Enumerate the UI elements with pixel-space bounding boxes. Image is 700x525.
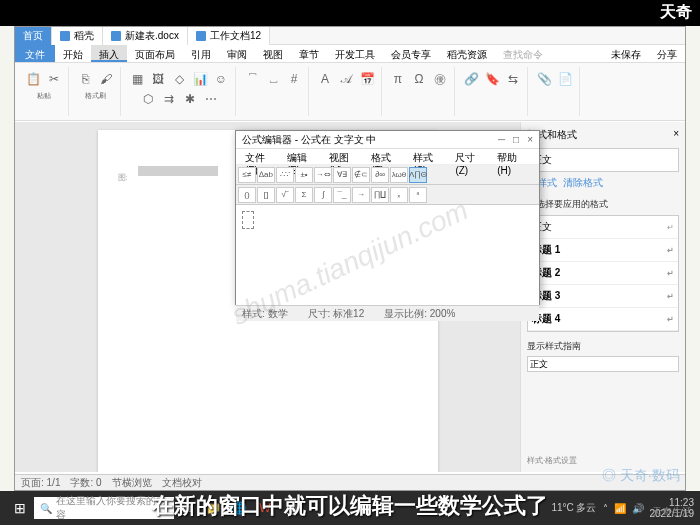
eq-arrow-icon[interactable]: →⇔ [314, 167, 332, 183]
tab-doc1[interactable]: 新建表.docx [103, 27, 188, 45]
paste-icon[interactable]: 📋 [23, 69, 43, 89]
equation-icon[interactable]: π [388, 69, 408, 89]
eq-menu-file[interactable]: 文件(F) [240, 149, 282, 164]
menu-dev[interactable]: 开发工具 [327, 45, 383, 62]
wordart-icon[interactable]: 𝒜 [336, 69, 356, 89]
eq-titlebar[interactable]: 公式编辑器 - 公式在 文字文 中 ─ □ × [236, 131, 539, 149]
ribbon-text: A 𝒜 📅 [311, 67, 382, 116]
style-h1[interactable]: 标题 1↵ [528, 239, 678, 262]
status-page: 页面: 1/1 [21, 476, 60, 490]
copy-icon[interactable]: ⎘ [75, 69, 95, 89]
eq-greek-uc-icon[interactable]: Λ∏Θ [409, 167, 427, 183]
eq-op-icon[interactable]: ±• [295, 167, 313, 183]
date-icon[interactable]: 📅 [357, 69, 377, 89]
style-h2[interactable]: 标题 2↵ [528, 262, 678, 285]
eq-misc-icon[interactable]: ∂∞ [371, 167, 389, 183]
object-icon[interactable]: 📎 [534, 69, 554, 89]
status-section[interactable]: 节横浏览 [112, 476, 152, 490]
menu-share[interactable]: 分享 [649, 45, 685, 62]
shape-icon[interactable]: ◇ [169, 69, 189, 89]
eq-dots-icon[interactable]: ∴∵ [276, 167, 294, 183]
smartart-icon[interactable]: ⬡ [138, 89, 158, 109]
table-icon[interactable]: ▦ [127, 69, 147, 89]
menu-search[interactable]: 查找命令 [495, 45, 551, 62]
eq-sub-icon[interactable]: ₓ [390, 187, 408, 203]
show-guide-label: 显示样式指南 [527, 340, 679, 353]
menu-layout[interactable]: 页面布局 [127, 45, 183, 62]
icon-icon[interactable]: ☺ [211, 69, 231, 89]
minimize-icon[interactable]: ─ [498, 134, 505, 145]
menu-section[interactable]: 章节 [291, 45, 327, 62]
eq-editing-area[interactable] [236, 205, 539, 305]
brush-icon[interactable]: 🖌 [96, 69, 116, 89]
menu-vip[interactable]: 会员专享 [383, 45, 439, 62]
clear-format-link[interactable]: 清除格式 [563, 176, 603, 190]
image-icon[interactable]: 🖼 [148, 69, 168, 89]
menu-unsaved[interactable]: 未保存 [603, 45, 649, 62]
eq-root-icon[interactable]: √‾ [276, 187, 294, 203]
style-h4[interactable]: 标题 4↵ [528, 308, 678, 331]
eq-logic-icon[interactable]: ∀∃ [333, 167, 351, 183]
eq-set-icon[interactable]: ∉⊂ [352, 167, 370, 183]
eq-greek-lc-icon[interactable]: λωθ [390, 167, 408, 183]
style-normal[interactable]: 正文↵ [528, 216, 678, 239]
tab-doc2[interactable]: 工作文档12 [188, 27, 270, 45]
flow-icon[interactable]: ⇉ [159, 89, 179, 109]
menu-ref[interactable]: 引用 [183, 45, 219, 62]
textbox-icon[interactable]: A [315, 69, 335, 89]
eq-bar-icon[interactable]: ¯_ [333, 187, 351, 203]
eq-menu-edit[interactable]: 编辑(E) [282, 149, 324, 164]
eq-menubar: 文件(F) 编辑(E) 视图(V) 格式(T) 样式(S) 尺寸(Z) 帮助(H… [236, 149, 539, 165]
cut-icon[interactable]: ✂ [44, 69, 64, 89]
eq-menu-size[interactable]: 尺寸(Z) [450, 149, 492, 164]
style-h3[interactable]: 标题 3↵ [528, 285, 678, 308]
symbol-icon[interactable]: Ω [409, 69, 429, 89]
chevron-down-icon: ↵ [667, 223, 674, 232]
link-icon[interactable]: 🔗 [461, 69, 481, 89]
eq-title-text: 公式编辑器 - 公式在 文字文 中 [242, 133, 376, 147]
maximize-icon[interactable]: □ [513, 134, 519, 145]
header-icon[interactable]: ⎴ [242, 69, 262, 89]
eq-vec-icon[interactable]: → [352, 187, 370, 203]
show-select[interactable] [527, 356, 679, 372]
menu-file[interactable]: 文件 [15, 45, 55, 62]
eq-menu-format[interactable]: 格式(T) [366, 149, 408, 164]
close-icon[interactable]: × [673, 128, 679, 142]
bookmark-icon[interactable]: 🔖 [482, 69, 502, 89]
chart-icon[interactable]: 📊 [190, 69, 210, 89]
docer-icon [60, 31, 70, 41]
doc-icon [196, 31, 206, 41]
close-icon[interactable]: × [527, 134, 533, 145]
ribbon-symbol: π Ω ㊝ [384, 67, 455, 116]
crossref-icon[interactable]: ⇆ [503, 69, 523, 89]
menu-res[interactable]: 稻壳资源 [439, 45, 495, 62]
more-icon[interactable]: ⋯ [201, 89, 221, 109]
eq-menu-help[interactable]: 帮助(H) [492, 149, 535, 164]
menu-view[interactable]: 视图 [255, 45, 291, 62]
file-icon[interactable]: 📄 [555, 69, 575, 89]
eq-prod-icon[interactable]: ∏∐ [371, 187, 389, 203]
menu-start[interactable]: 开始 [55, 45, 91, 62]
eq-frac-icon[interactable]: [] [257, 187, 275, 203]
mind-icon[interactable]: ✱ [180, 89, 200, 109]
eq-fence-icon[interactable]: () [238, 187, 256, 203]
tab-docer[interactable]: 稻壳 [52, 27, 103, 45]
menu-review[interactable]: 审阅 [219, 45, 255, 62]
brand-logo: 天奇 [660, 2, 692, 23]
equation-placeholder[interactable] [138, 166, 218, 176]
pagenum-icon[interactable]: # [284, 69, 304, 89]
tab-home[interactable]: 首页 [15, 27, 52, 45]
number-icon[interactable]: ㊝ [430, 69, 450, 89]
menu-insert[interactable]: 插入 [91, 45, 127, 62]
eq-menu-view[interactable]: 视图(V) [324, 149, 366, 164]
eq-toolbar2: () [] √‾ Σ ∫ ¯_ → ∏∐ ₓ ⁿ [236, 185, 539, 205]
eq-int-icon[interactable]: ∫ [314, 187, 332, 203]
footer-icon[interactable]: ⎵ [263, 69, 283, 89]
eq-space-icon[interactable]: ∆ab [257, 167, 275, 183]
eq-rel-icon[interactable]: ≤≠ [238, 167, 256, 183]
eq-menu-style[interactable]: 样式(S) [408, 149, 450, 164]
eq-sup-icon[interactable]: ⁿ [409, 187, 427, 203]
corner-logo: ◎ 天奇·数码 [602, 467, 680, 485]
status-spell[interactable]: 文档校对 [162, 476, 202, 490]
eq-sum-icon[interactable]: Σ [295, 187, 313, 203]
